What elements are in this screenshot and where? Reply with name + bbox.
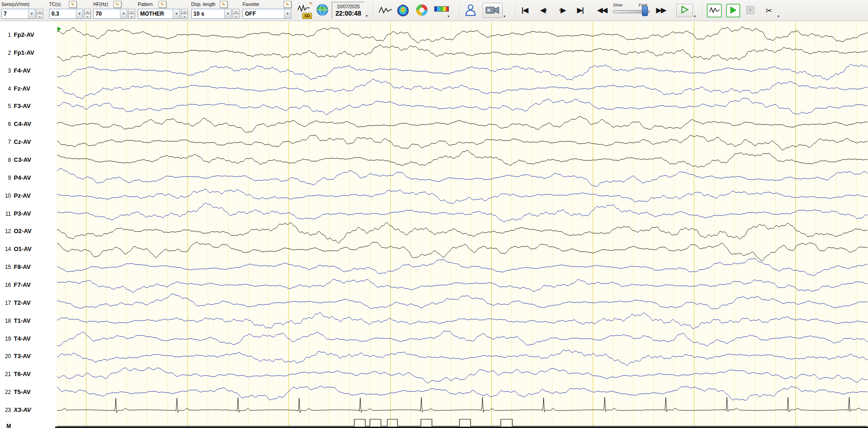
channel-number: 3	[0, 67, 11, 75]
channel-label: F8-AV	[14, 263, 31, 271]
disabled-tool-button[interactable]	[744, 5, 756, 17]
trace-area	[55, 21, 868, 428]
channel-row[interactable]: 20T3-AV	[0, 352, 55, 360]
play-dropdown-icon[interactable]: ▾	[694, 14, 696, 18]
chevron-down-icon[interactable]: ▾	[76, 9, 83, 18]
globe-icon	[316, 4, 329, 16]
channel-row[interactable]: 1Fp2-AV	[0, 31, 55, 39]
step-forward-button[interactable]: ·▶	[559, 6, 566, 14]
eeg-trace-canvas[interactable]	[55, 21, 868, 428]
channel-number: 22	[0, 388, 11, 396]
skip-to-start-button[interactable]: |◀	[522, 6, 528, 14]
tc-edit-icon[interactable]: ✎	[69, 1, 77, 8]
channel-label-column: 1Fp2-AV2Fp1-AV3F4-AV4Fz-AV5F3-AV6C4-AV7C…	[0, 21, 55, 428]
channel-row[interactable]: 2Fp1-AV	[0, 49, 55, 57]
channel-row[interactable]: 18T1-AV	[0, 317, 55, 325]
chevron-down-icon[interactable]: ▾	[173, 9, 180, 18]
sd-card-badge: SD	[302, 13, 312, 19]
spin-up-icon[interactable]: ▴	[84, 9, 91, 14]
channel-number: 21	[0, 370, 11, 378]
sensitivity-label: Sens(uV/mm)	[1, 2, 29, 7]
auto-analysis-button[interactable]	[707, 4, 722, 17]
edit-icon: ✎	[309, 1, 313, 6]
clip-tools-button[interactable]: ✂	[761, 4, 777, 17]
spin-down-icon[interactable]: ▾	[36, 14, 43, 19]
skip-to-end-button[interactable]: ▶|	[577, 6, 584, 14]
play-button[interactable]	[676, 4, 693, 17]
chevron-down-icon[interactable]: ▾	[28, 9, 35, 18]
channel-row[interactable]: 17T2-AV	[0, 299, 55, 307]
channel-row[interactable]: 11P3-AV	[0, 210, 55, 218]
channel-row[interactable]: 22T5-AV	[0, 388, 55, 396]
pattern-edit-icon[interactable]: ✎	[159, 1, 166, 8]
chevron-down-icon[interactable]: ▾	[224, 9, 231, 18]
channel-number: 9	[0, 174, 11, 182]
spin-down-icon[interactable]: ▾	[128, 14, 135, 19]
spin-down-icon[interactable]: ▾	[181, 14, 188, 19]
pattern-select[interactable]: MOTHER ▾	[138, 9, 180, 19]
speed-slider-handle[interactable]	[642, 6, 648, 16]
dsa-donut-button[interactable]	[415, 4, 429, 17]
map-globe-button[interactable]	[315, 4, 329, 17]
video-dropdown-icon[interactable]: ▾	[504, 14, 505, 18]
channel-number: 16	[0, 281, 11, 289]
eeg-review-window: Sens(uV/mm) 7 ▾ ▴ ▾ TC(s) ✎ 0.3 ▾ ▴ ▾	[0, 0, 868, 428]
display-length-select[interactable]: 10 s ▾	[191, 9, 232, 19]
channel-row[interactable]: 21T6-AV	[0, 370, 55, 378]
auto-play-button[interactable]	[726, 4, 740, 17]
hf-edit-icon[interactable]: ✎	[113, 1, 121, 8]
spin-up-icon[interactable]: ▴	[36, 9, 43, 14]
channel-label: O1-AV	[14, 245, 32, 253]
channel-row[interactable]: 3F4-AV	[0, 67, 55, 75]
chevron-down-icon[interactable]: ▾	[284, 9, 291, 18]
patient-info-button[interactable]	[464, 4, 477, 17]
display-length-edit-icon[interactable]: ✎	[220, 1, 227, 8]
spin-up-icon[interactable]: ▴	[181, 9, 188, 14]
channel-label: O2-AV	[14, 227, 32, 235]
colormap-dropdown-icon[interactable]: ▾	[448, 14, 449, 18]
topo-map-button[interactable]	[396, 4, 410, 17]
channel-row[interactable]: 19T4-AV	[0, 335, 55, 343]
hf-select[interactable]: 70 ▾	[93, 9, 127, 19]
spin-up-icon[interactable]: ▴	[233, 9, 239, 14]
channel-row[interactable]: 4Fz-AV	[0, 85, 55, 93]
rewind-button[interactable]: ◀◀	[597, 6, 607, 14]
step-back-button[interactable]: ◀·	[540, 6, 547, 14]
channel-row[interactable]: 8C3-AV	[0, 156, 55, 164]
channel-number: 20	[0, 352, 11, 360]
spin-up-icon[interactable]: ▴	[128, 9, 135, 14]
marker-channel-row[interactable]: M	[0, 422, 55, 428]
channel-row[interactable]: 10Pz-AV	[0, 192, 55, 200]
channel-number: 23	[0, 406, 11, 414]
clip-tools-dropdown-icon[interactable]: ▾	[777, 14, 779, 18]
channel-row[interactable]: 16F7-AV	[0, 281, 55, 289]
channel-row[interactable]: 12O2-AV	[0, 227, 55, 235]
channel-row[interactable]: 5F3-AV	[0, 102, 55, 110]
waveform-icon	[379, 6, 392, 14]
channel-row[interactable]: 7Cz-AV	[0, 138, 55, 146]
spin-down-icon[interactable]: ▾	[233, 14, 239, 19]
channel-row[interactable]: 15F8-AV	[0, 263, 55, 271]
tc-select[interactable]: 0.3 ▾	[49, 9, 83, 19]
channel-label: Fp1-AV	[14, 49, 34, 57]
favorite-select[interactable]: OFF ▾	[243, 9, 291, 19]
video-button[interactable]	[482, 3, 503, 18]
channel-row[interactable]: 14O1-AV	[0, 245, 55, 253]
chevron-down-icon[interactable]: ▾	[120, 9, 127, 18]
spin-down-icon[interactable]: ▾	[84, 14, 91, 19]
channel-row[interactable]: 23X3-AV	[0, 406, 55, 414]
sensitivity-select[interactable]: 7 ▾	[1, 9, 35, 19]
tc-label: TC(s)	[49, 2, 61, 7]
wave-display-button[interactable]	[378, 5, 393, 17]
channel-label: T2-AV	[14, 299, 31, 307]
analysis-waveform-icon	[709, 6, 720, 14]
datetime-dropdown-icon[interactable]: ▾	[366, 14, 368, 18]
favorite-edit-icon[interactable]: ✎	[284, 1, 291, 8]
fast-forward-button[interactable]: ▶▶	[656, 6, 666, 14]
play-icon	[681, 6, 689, 14]
channel-row[interactable]: 9P4-AV	[0, 174, 55, 182]
colormap-button[interactable]	[434, 6, 449, 14]
channel-row[interactable]: 6C4-AV	[0, 120, 55, 128]
channel-label: C3-AV	[14, 156, 31, 164]
channel-number: 4	[0, 85, 11, 93]
